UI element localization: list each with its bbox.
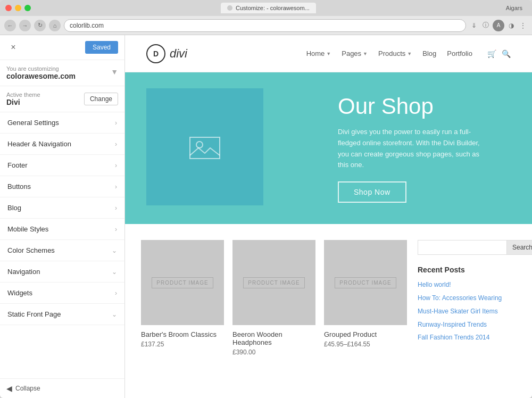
nav-portfolio[interactable]: Portfolio [447,49,472,57]
tab-title: Customize: - colorawesom... [236,5,310,11]
sidebar-item-color-schemes[interactable]: Color Schemes ⌄ [0,240,124,261]
nav-pages[interactable]: Pages ▼ [342,49,368,57]
product-card-2: PRODUCT IMAGE Beeron Wooden Headphones £… [232,240,315,356]
sidebar-item-blog[interactable]: Blog › [0,197,124,219]
user-name-label: Aigars [506,5,522,11]
sidebar-item-general-settings[interactable]: General Settings › [0,112,124,134]
product-price-3: £45.95–£164.55 [324,341,407,348]
website-preview: D divi Home ▼ Pages ▼ Products ▼ [125,35,532,398]
product-image-2: PRODUCT IMAGE [232,240,315,325]
hero-image-placeholder [146,88,263,205]
sidebar-item-navigation[interactable]: Navigation ⌄ [0,261,124,283]
nav-products[interactable]: Products ▼ [378,49,412,57]
back-button[interactable]: ← [4,20,16,31]
site-header: D divi Home ▼ Pages ▼ Products ▼ [125,35,532,72]
collapse-section[interactable]: ◀ Collapse [0,378,124,398]
theme-name-label: Divi [6,98,40,106]
cart-icon[interactable]: 🛒 [487,49,496,58]
home-chevron-icon: ▼ [326,51,331,56]
pages-chevron-icon: ▼ [363,51,368,56]
menu-item-label: General Settings [7,119,59,127]
nav-portfolio-label: Portfolio [447,49,472,57]
extension-icon[interactable]: ◑ [506,21,516,30]
hero-description: Divi gives you the power to easily run a… [338,127,487,171]
menu-arrow-icon: › [115,119,117,127]
search-button[interactable]: Search [507,240,532,255]
nav-blog[interactable]: Blog [422,49,436,57]
recent-post-runway[interactable]: Runway-Inspired Trends [418,320,516,329]
site-name-label: colorawesome.com [6,72,76,80]
product-price-1: £137.25 [141,341,224,348]
address-bar[interactable]: colorlib.com [64,19,466,32]
product-name-2: Beeron Wooden Headphones [232,330,315,346]
recent-post-hello-world[interactable]: Hello world! [418,280,516,289]
browser-toolbar: ← → ↻ ⌂ colorlib.com ⇓ ⓘ A ◑ ⋮ [0,16,532,35]
sidebar-item-mobile-styles[interactable]: Mobile Styles › [0,219,124,240]
menu-item-label: Widgets [7,289,32,297]
sidebar-item-buttons[interactable]: Buttons › [0,176,124,197]
toolbar-icons: ⇓ ⓘ A ◑ ⋮ [469,20,528,31]
collapse-icon: ◀ [6,384,12,393]
tab-close-btn[interactable] [227,5,232,11]
home-button[interactable]: ⌂ [49,20,61,31]
nav-products-label: Products [378,49,405,57]
menu-item-label: Mobile Styles [7,225,48,233]
image-placeholder-icon [189,133,221,161]
site-nav: Home ▼ Pages ▼ Products ▼ Blog [306,49,511,58]
svg-point-1 [196,142,203,148]
browser-tab[interactable]: Customize: - colorawesom... [221,3,316,13]
customizing-label: You are customizing [6,65,76,72]
reload-button[interactable]: ↻ [34,20,46,31]
shop-now-button[interactable]: Shop Now [338,181,406,203]
browser-titlebar: Customize: - colorawesom... Aigars [0,0,532,16]
recent-post-skater[interactable]: Must-Have Skater Girl Items [418,307,516,316]
sidebar-item-footer[interactable]: Footer › [0,155,124,176]
info-arrow-icon: ▼ [111,68,118,76]
menu-arrow-icon: › [115,226,117,233]
active-theme-section: Active theme Divi Change [0,86,124,112]
menu-item-label: Navigation [7,268,40,276]
avatar[interactable]: A [493,20,504,31]
maximize-traffic-light[interactable] [24,5,31,11]
menu-item-label: Header & Navigation [7,140,71,148]
product-image-label-3: PRODUCT IMAGE [335,277,396,288]
search-input[interactable] [418,240,507,255]
menu-item-label: Buttons [7,183,31,190]
nav-blog-label: Blog [422,49,436,57]
product-card-3: PRODUCT IMAGE Grouped Product £45.95–£16… [324,240,407,356]
menu-chevron-down-icon: ⌄ [112,247,117,254]
product-name-1: Barber's Broom Classics [141,330,224,338]
nav-home-label: Home [306,49,325,57]
sidebar-item-widgets[interactable]: Widgets › [0,283,124,304]
menu-icon[interactable]: ⋮ [518,21,528,30]
products-sidebar: Search Recent Posts Hello world! How To:… [418,240,516,356]
recent-post-accessories[interactable]: How To: Accessories Wearing [418,294,516,303]
nav-home[interactable]: Home ▼ [306,49,331,57]
hero-content: Our Shop Divi gives you the power to eas… [338,94,487,203]
search-nav-icon[interactable]: 🔍 [502,49,511,58]
customizer-close-button[interactable]: × [6,40,20,54]
forward-button[interactable]: → [19,20,31,31]
menu-arrow-icon: › [115,140,117,148]
download-icon[interactable]: ⇓ [469,21,479,30]
active-theme-label: Active theme [6,92,40,98]
minimize-traffic-light[interactable] [15,5,21,11]
customizer-info: You are customizing colorawesome.com ▼ [0,60,124,86]
close-traffic-light[interactable] [5,5,12,11]
logo-text: divi [170,47,187,61]
sidebar-item-static-front-page[interactable]: Static Front Page ⌄ [0,304,124,325]
recent-post-fall-fashion[interactable]: Fall Fashion Trends 2014 [418,333,516,342]
svg-rect-0 [190,137,220,159]
product-image-1: PRODUCT IMAGE [141,240,224,325]
logo-letter: D [153,49,159,58]
info-icon[interactable]: ⓘ [481,21,491,30]
product-image-label-2: PRODUCT IMAGE [243,277,304,288]
saved-button[interactable]: Saved [85,41,118,54]
customizer-sidebar: × Saved You are customizing colorawesome… [0,35,125,398]
change-theme-button[interactable]: Change [84,93,118,105]
menu-arrow-icon: › [115,183,117,190]
sidebar-item-header-navigation[interactable]: Header & Navigation › [0,134,124,155]
products-section: PRODUCT IMAGE Barber's Broom Classics £1… [125,224,532,372]
product-price-2: £390.00 [232,349,315,356]
product-card-1: PRODUCT IMAGE Barber's Broom Classics £1… [141,240,224,356]
